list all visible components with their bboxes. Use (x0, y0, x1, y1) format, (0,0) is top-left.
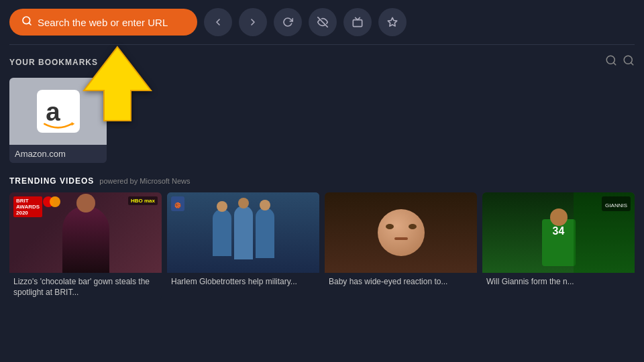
reload-button[interactable] (274, 8, 302, 36)
trending-section: TRENDING VIDEOS powered by Microsoft New… (0, 170, 644, 300)
video-caption-3: Baby has wide-eyed reaction to... (325, 273, 477, 290)
trending-title: TRENDING VIDEOS (9, 176, 94, 186)
video-thumb-3 (325, 192, 477, 273)
svg-line-7 (613, 62, 615, 64)
video-card-4[interactable]: 34 GIANNIS Will Giannis form the n... (482, 192, 635, 300)
video-caption-2: Harlem Globetrotters help military... (167, 273, 319, 290)
video-thumb-2: 🏀 (167, 192, 319, 273)
star-button[interactable] (378, 8, 407, 36)
trending-powered-by: powered by Microsoft News (99, 177, 190, 185)
forward-button[interactable] (239, 8, 267, 36)
search-input-placeholder: Search the web or enter URL (38, 17, 168, 28)
video4-badge: GIANNIS (602, 196, 631, 211)
amazon-logo: a (37, 90, 80, 133)
svg-line-1 (29, 23, 31, 25)
svg-line-9 (631, 62, 633, 64)
mastercard-icon (43, 196, 60, 207)
video-card-3[interactable]: Baby has wide-eyed reaction to... (325, 192, 477, 300)
bookmark-amazon-label: Amazon.com (9, 145, 107, 163)
bookmarks-actions (605, 54, 635, 70)
video-caption-4: Will Giannis form the n... (482, 273, 635, 290)
video-thumb-1: BRITAWARDS2020 HBO max (9, 192, 162, 273)
svg-marker-5 (84, 47, 151, 121)
search-bar[interactable]: Search the web or enter URL (9, 9, 197, 36)
video-caption-1: Lizzo's 'chocolate bar' gown steals the … (9, 273, 162, 300)
svg-rect-3 (353, 20, 362, 27)
bookmarks-menu-icon[interactable] (623, 54, 635, 70)
brit-logo: BRITAWARDS2020 (13, 196, 42, 217)
eye-slash-button[interactable] (309, 8, 337, 36)
video-card-2[interactable]: 🏀 Harlem Globetrotters help military... (167, 192, 319, 300)
nav-bar: Search the web or enter URL (0, 0, 644, 44)
back-button[interactable] (204, 8, 232, 36)
video-card-1[interactable]: BRITAWARDS2020 HBO max Lizzo's 'chocolat… (9, 192, 162, 300)
trending-header: TRENDING VIDEOS powered by Microsoft New… (9, 176, 635, 186)
video-grid: BRITAWARDS2020 HBO max Lizzo's 'chocolat… (9, 192, 635, 300)
arrow-indicator (74, 44, 161, 127)
search-icon (21, 15, 32, 29)
svg-marker-4 (388, 17, 396, 26)
svg-text:a: a (46, 97, 60, 126)
video-thumb-4: 34 GIANNIS (482, 192, 635, 273)
tv-button[interactable] (343, 8, 372, 36)
video2-badge: 🏀 (171, 196, 184, 211)
bookmarks-search-icon[interactable] (605, 54, 617, 70)
hbo-logo: HBO max (128, 196, 158, 205)
